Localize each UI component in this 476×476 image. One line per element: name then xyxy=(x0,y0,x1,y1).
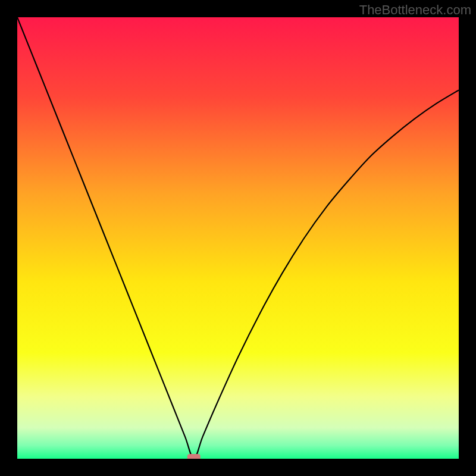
chart-frame xyxy=(17,17,459,459)
bottleneck-chart xyxy=(17,17,459,459)
watermark-text: TheBottleneck.com xyxy=(359,2,471,18)
optimum-marker xyxy=(187,454,201,459)
gradient-background xyxy=(17,17,459,459)
